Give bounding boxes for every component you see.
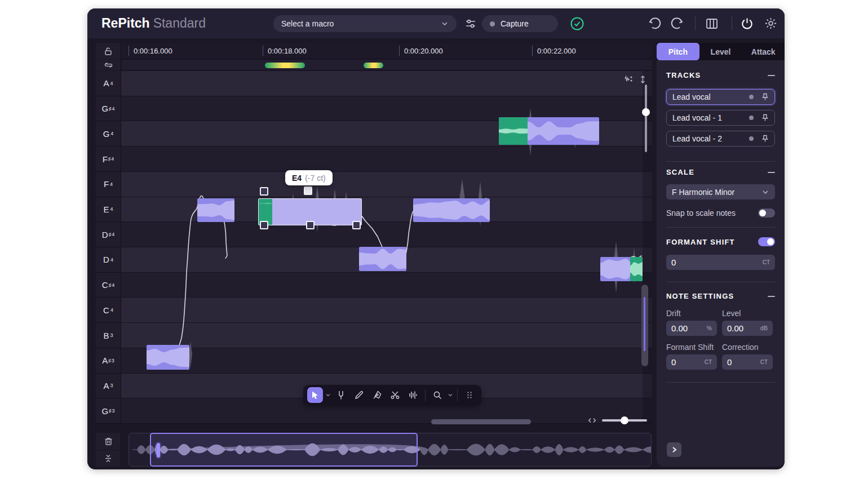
zoom-tool-chevron-icon[interactable] xyxy=(448,392,453,398)
pin-icon[interactable] xyxy=(761,135,769,143)
track-status-dot xyxy=(749,116,754,120)
undo-button[interactable] xyxy=(648,16,662,30)
note-blob[interactable] xyxy=(413,198,490,222)
note-blob[interactable] xyxy=(499,117,599,145)
note-formant-shift-label: Formant Shift xyxy=(666,343,714,352)
note-label: G♯3 xyxy=(96,398,121,424)
horizontal-zoom-slider[interactable] xyxy=(602,419,647,422)
capture-button[interactable]: Capture xyxy=(482,15,558,32)
zoom-tool-button[interactable] xyxy=(429,387,445,403)
waveform-display-icon[interactable] xyxy=(624,75,634,84)
snap-to-scale-toggle[interactable] xyxy=(758,209,775,218)
drift-input[interactable]: 0.00 % xyxy=(666,321,717,336)
correction-input[interactable]: 0 CT xyxy=(722,354,773,370)
track-status-dot xyxy=(749,136,754,141)
formant-shift-toggle[interactable] xyxy=(758,237,775,246)
vertical-scrollbar[interactable] xyxy=(641,285,648,366)
note-label: A4 xyxy=(96,71,121,96)
note-handle-bottom-left[interactable] xyxy=(260,221,268,229)
vertical-zoom-icon[interactable] xyxy=(639,75,647,84)
note-blob[interactable] xyxy=(600,257,643,281)
brand-name: RePitch xyxy=(101,16,150,31)
note-blob[interactable] xyxy=(197,198,234,222)
tools-divider xyxy=(457,389,458,401)
note-formant-shift-input[interactable]: 0 CT xyxy=(666,354,717,370)
pencil-tool-button[interactable] xyxy=(351,387,367,403)
horizontal-scrollbar[interactable] xyxy=(431,419,531,424)
vertical-scrollbar-range xyxy=(644,297,645,351)
note-blob-transition[interactable] xyxy=(630,257,643,281)
loop-marker[interactable] xyxy=(364,63,383,68)
note-label: F4 xyxy=(96,172,121,197)
tune-tool-button[interactable] xyxy=(333,387,349,403)
section-divider xyxy=(666,161,775,162)
horizontal-zoom-knob[interactable] xyxy=(621,416,628,424)
tools-divider xyxy=(425,389,426,401)
track-item-lead-vocal-2[interactable]: Lead vocal - 2 xyxy=(666,131,775,147)
tab-pitch[interactable]: Pitch xyxy=(657,43,699,60)
note-handle-top-left[interactable] xyxy=(260,187,268,196)
macro-select[interactable]: Select a macro xyxy=(273,15,457,32)
level-input[interactable]: 0.00 dB xyxy=(722,321,773,336)
tracks-section-header: TRACKS xyxy=(666,71,775,79)
scale-select[interactable]: F Harmonic Minor xyxy=(666,184,775,199)
brand-edition: Standard xyxy=(153,16,206,31)
audio-overview[interactable] xyxy=(129,433,652,467)
pen-tool-button[interactable] xyxy=(369,387,385,403)
time-ruler[interactable]: 0:00:16.000 0:00:18.000 0:00:20.000 0:00… xyxy=(122,43,652,59)
marker-strip[interactable] xyxy=(122,60,652,70)
pitch-tooltip: E4 (-7 ct) xyxy=(285,170,333,185)
delete-button[interactable] xyxy=(96,433,121,450)
status-check-icon xyxy=(570,16,584,31)
level-label: Level xyxy=(722,309,741,318)
note-blob[interactable] xyxy=(359,247,406,271)
note-blob[interactable] xyxy=(147,345,189,370)
app-window: RePitch Standard Select a macro Capture xyxy=(87,8,785,469)
drift-label: Drift xyxy=(666,309,681,318)
note-handle-bottom-middle[interactable] xyxy=(306,221,315,229)
gear-icon[interactable] xyxy=(764,16,778,30)
toolbar-divider xyxy=(695,16,696,30)
tab-attack[interactable]: Attack xyxy=(742,43,785,60)
grid-right-margin xyxy=(643,71,652,424)
collapse-overview-button[interactable] xyxy=(96,450,121,467)
chevron-down-icon xyxy=(761,188,769,196)
tab-level[interactable]: Level xyxy=(699,43,742,60)
track-item-lead-vocal-1[interactable]: Lead vocal - 1 xyxy=(666,110,775,126)
expand-panel-button[interactable] xyxy=(667,442,681,457)
layout-columns-button[interactable] xyxy=(705,16,719,31)
note-label: G4 xyxy=(96,121,121,147)
macro-settings-icon[interactable] xyxy=(463,16,479,32)
pin-icon[interactable] xyxy=(761,114,769,122)
note-blob-transition[interactable] xyxy=(499,117,528,145)
warp-tool-button[interactable] xyxy=(405,387,421,403)
overview-selection[interactable] xyxy=(150,433,418,467)
redo-button[interactable] xyxy=(670,16,684,30)
collapse-note-settings-button[interactable] xyxy=(768,296,775,297)
select-tool-button[interactable] xyxy=(307,387,323,403)
collapse-tracks-button[interactable] xyxy=(768,75,775,76)
overview-selection-handle[interactable] xyxy=(157,443,160,458)
section-divider xyxy=(666,382,775,383)
loop-button[interactable] xyxy=(96,60,121,70)
collapse-scale-button[interactable] xyxy=(768,172,775,173)
tooltip-note: E4 xyxy=(292,174,302,183)
note-label: D4 xyxy=(96,247,121,273)
lock-button[interactable] xyxy=(96,43,121,59)
toolbar-drag-handle[interactable] xyxy=(462,387,477,403)
pin-icon[interactable] xyxy=(761,93,769,101)
cut-tool-button[interactable] xyxy=(387,387,403,403)
formant-shift-input[interactable]: 0 CT xyxy=(666,255,775,270)
loop-marker[interactable] xyxy=(265,63,305,68)
note-label: B3 xyxy=(96,323,121,348)
note-handle-top-middle[interactable] xyxy=(304,187,312,195)
track-item-lead-vocal[interactable]: Lead vocal xyxy=(666,89,775,105)
horizontal-zoom-icon xyxy=(588,417,596,424)
select-tool-chevron-icon[interactable] xyxy=(325,392,331,398)
power-button[interactable] xyxy=(740,16,754,30)
correction-label: Correction xyxy=(722,343,759,352)
note-handle-bottom-right[interactable] xyxy=(352,221,361,229)
vertical-zoom-knob[interactable] xyxy=(642,108,650,116)
note-settings-section-header: NOTE SETTINGS xyxy=(666,292,775,300)
vertical-zoom-slider[interactable] xyxy=(645,85,647,152)
